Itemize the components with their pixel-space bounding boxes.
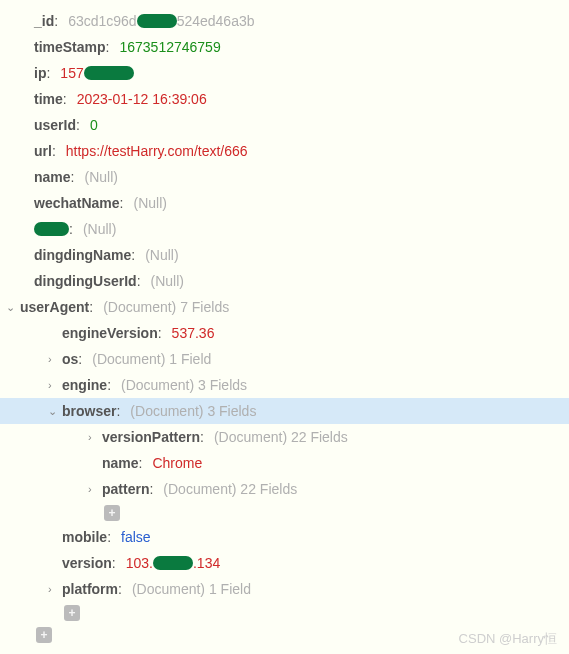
colon: : (120, 193, 124, 213)
value-version-suffix: .134 (193, 553, 220, 573)
field-userid: userId : 0 (0, 112, 569, 138)
value-userid: 0 (90, 115, 98, 135)
key-name: name (34, 167, 71, 187)
chevron-right-icon[interactable]: › (48, 375, 62, 395)
field-ip: ip : 157 (0, 60, 569, 86)
add-field-button[interactable]: + (104, 505, 120, 521)
value-url: https://testHarry.com/text/666 (66, 141, 248, 161)
colon: : (158, 323, 162, 343)
colon: : (107, 527, 111, 547)
key-timestamp: timeStamp (34, 37, 106, 57)
value-null: (Null) (151, 271, 184, 291)
chevron-right-icon[interactable]: › (48, 579, 62, 599)
field-useragent[interactable]: ⌄ userAgent : (Document) 7 Fields (0, 294, 569, 320)
field-url: url : https://testHarry.com/text/666 (0, 138, 569, 164)
meta-platform: (Document) 1 Field (132, 579, 251, 599)
meta-versionpattern: (Document) 22 Fields (214, 427, 348, 447)
field-os[interactable]: › os : (Document) 1 Field (0, 346, 569, 372)
key-mobile: mobile (62, 527, 107, 547)
key-versionpattern: versionPattern (102, 427, 200, 447)
key-os: os (62, 349, 78, 369)
add-field-row: + (0, 602, 569, 624)
field-timestamp: timeStamp : 1673512746759 (0, 34, 569, 60)
meta-os: (Document) 1 Field (92, 349, 211, 369)
key-url: url (34, 141, 52, 161)
colon: : (69, 219, 73, 239)
watermark: CSDN @Harry恒 (459, 630, 557, 648)
field-dingdingname: dingdingName : (Null) (0, 242, 569, 268)
colon: : (149, 479, 153, 499)
key-engine: engine (62, 375, 107, 395)
add-field-row: + (0, 502, 569, 524)
colon: : (52, 141, 56, 161)
key-dingdingname: dingdingName (34, 245, 131, 265)
colon: : (107, 375, 111, 395)
chevron-down-icon[interactable]: ⌄ (48, 401, 62, 421)
field-engine[interactable]: › engine : (Document) 3 Fields (0, 372, 569, 398)
key-platform: platform (62, 579, 118, 599)
add-field-button[interactable]: + (36, 627, 52, 643)
key-useragent: userAgent (20, 297, 89, 317)
value-mobile: false (121, 527, 151, 547)
field-pattern[interactable]: › pattern : (Document) 22 Fields (0, 476, 569, 502)
key-engineversion: engineVersion (62, 323, 158, 343)
value-null: (Null) (83, 219, 116, 239)
field-time: time : 2023-01-12 16:39:06 (0, 86, 569, 112)
value-id-prefix: 63cd1c96d (68, 11, 137, 31)
field-redacted: : (Null) (0, 216, 569, 242)
field-browser[interactable]: ⌄ browser : (Document) 3 Fields (0, 398, 569, 424)
key-version: version (62, 553, 112, 573)
colon: : (106, 37, 110, 57)
field-id: _id : 63cd1c96d 524ed46a3b (0, 8, 569, 34)
field-name: name : (Null) (0, 164, 569, 190)
colon: : (116, 401, 120, 421)
key-ip: ip (34, 63, 46, 83)
redaction-mark (137, 14, 177, 28)
chevron-right-icon[interactable]: › (88, 427, 102, 447)
field-wechatname: wechatName : (Null) (0, 190, 569, 216)
key-pattern: pattern (102, 479, 149, 499)
colon: : (131, 245, 135, 265)
value-null: (Null) (84, 167, 117, 187)
field-dingdinguserid: dingdingUserId : (Null) (0, 268, 569, 294)
colon: : (54, 11, 58, 31)
add-field-button[interactable]: + (64, 605, 80, 621)
field-mobile: mobile : false (0, 524, 569, 550)
redaction-mark (34, 222, 69, 236)
key-dingdinguserid: dingdingUserId (34, 271, 137, 291)
colon: : (76, 115, 80, 135)
key-time: time (34, 89, 63, 109)
colon: : (78, 349, 82, 369)
meta-useragent: (Document) 7 Fields (103, 297, 229, 317)
field-platform[interactable]: › platform : (Document) 1 Field (0, 576, 569, 602)
chevron-down-icon[interactable]: ⌄ (6, 297, 20, 317)
key-browser: browser (62, 401, 116, 421)
chevron-right-icon[interactable]: › (88, 479, 102, 499)
meta-engine: (Document) 3 Fields (121, 375, 247, 395)
colon: : (137, 271, 141, 291)
key-id: _id (34, 11, 54, 31)
value-engineversion: 537.36 (172, 323, 215, 343)
key-userid: userId (34, 115, 76, 135)
value-ip-prefix: 157 (60, 63, 83, 83)
value-null: (Null) (145, 245, 178, 265)
colon: : (200, 427, 204, 447)
field-engineversion: engineVersion : 537.36 (0, 320, 569, 346)
colon: : (139, 453, 143, 473)
field-browser-name: name : Chrome (0, 450, 569, 476)
chevron-right-icon[interactable]: › (48, 349, 62, 369)
key-browser-name: name (102, 453, 139, 473)
colon: : (71, 167, 75, 187)
meta-pattern: (Document) 22 Fields (163, 479, 297, 499)
colon: : (63, 89, 67, 109)
value-null: (Null) (133, 193, 166, 213)
meta-browser: (Document) 3 Fields (130, 401, 256, 421)
value-id-suffix: 524ed46a3b (177, 11, 255, 31)
value-browser-name: Chrome (152, 453, 202, 473)
colon: : (118, 579, 122, 599)
field-versionpattern[interactable]: › versionPattern : (Document) 22 Fields (0, 424, 569, 450)
value-version-prefix: 103. (126, 553, 153, 573)
colon: : (89, 297, 93, 317)
value-timestamp: 1673512746759 (119, 37, 220, 57)
colon: : (46, 63, 50, 83)
